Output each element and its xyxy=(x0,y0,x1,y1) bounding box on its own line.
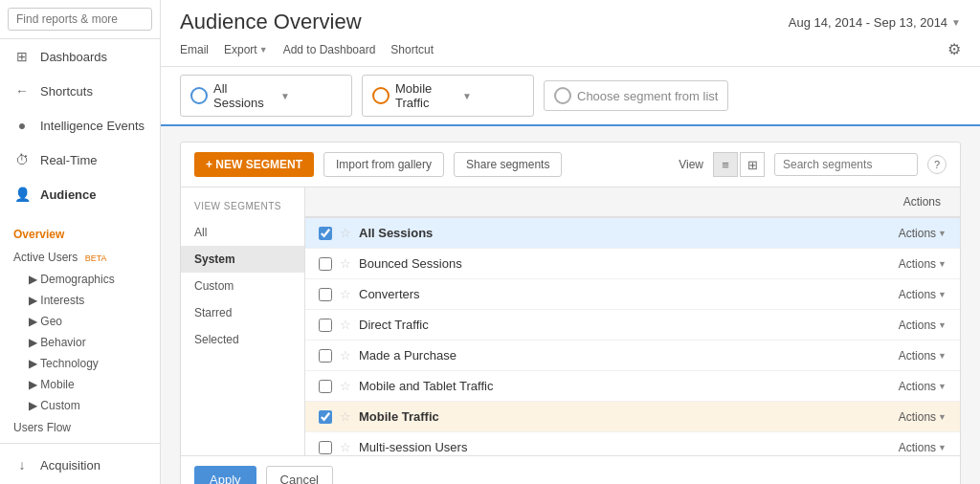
sidebar-item-dashboards[interactable]: ⊞ Dashboards xyxy=(0,39,160,74)
date-range-text: Aug 14, 2014 - Sep 13, 2014 xyxy=(789,15,947,30)
grid-view-button[interactable]: ⊞ xyxy=(740,152,765,177)
segment-actions-direct-traffic[interactable]: Actions ▼ xyxy=(899,319,947,332)
beta-badge: BETA xyxy=(85,253,107,263)
segment-checkbox-direct-traffic[interactable] xyxy=(319,319,332,332)
shortcut-link[interactable]: Shortcut xyxy=(390,43,434,56)
seg-nav-custom[interactable]: Custom xyxy=(181,273,304,299)
segments-bar: All Sessions ▼ Mobile Traffic ▼ Choose s… xyxy=(161,67,980,126)
import-gallery-button[interactable]: Import from gallery xyxy=(323,152,444,177)
sidebar-item-demographics[interactable]: ▶ Demographics xyxy=(0,269,160,290)
segment-name-mobile-tablet-traffic: Mobile and Tablet Traffic xyxy=(359,379,891,393)
sidebar-item-shortcuts[interactable]: ← Shortcuts xyxy=(0,74,160,108)
segment-actions-mobile-traffic[interactable]: Actions ▼ xyxy=(899,410,947,424)
help-button[interactable]: ? xyxy=(927,155,947,174)
seg-nav-system[interactable]: System xyxy=(181,246,304,273)
segment-checkbox-multi-session-users[interactable] xyxy=(319,441,332,454)
segment2-arrow: ▼ xyxy=(462,91,523,101)
add-dashboard-link[interactable]: Add to Dashboard xyxy=(283,43,376,56)
segment-star-mobile-tablet-traffic[interactable]: ☆ xyxy=(340,379,351,393)
segment-name-mobile-traffic: Mobile Traffic xyxy=(359,409,891,424)
sidebar-item-label: Real-Time xyxy=(40,153,97,167)
segment1-arrow: ▼ xyxy=(280,91,342,101)
segment-star-mobile-traffic[interactable]: ☆ xyxy=(340,409,351,424)
sidebar-item-audience[interactable]: 👤 Audience xyxy=(0,177,160,211)
segment-chip-3[interactable]: Choose segment from list xyxy=(544,80,728,111)
sidebar-item-active-users[interactable]: Active Users BETA xyxy=(0,246,160,269)
segment-star-direct-traffic[interactable]: ☆ xyxy=(340,318,351,332)
segment-checkbox-bounced-sessions[interactable] xyxy=(319,257,332,271)
search-box xyxy=(0,0,160,39)
search-input[interactable] xyxy=(8,8,152,31)
segment-checkbox-converters[interactable] xyxy=(319,288,332,301)
intelligence-icon: ● xyxy=(13,118,31,133)
segment-actions-bounced-sessions[interactable]: Actions ▼ xyxy=(899,257,947,271)
segment-star-converters[interactable]: ☆ xyxy=(340,287,351,301)
segment-star-bounced-sessions[interactable]: ☆ xyxy=(340,256,351,271)
share-segments-button[interactable]: Share segments xyxy=(454,152,562,177)
segment-star-all-sessions[interactable]: ☆ xyxy=(340,226,351,240)
apply-button[interactable]: Apply xyxy=(194,466,256,484)
settings-icon[interactable]: ⚙ xyxy=(947,40,961,58)
export-link[interactable]: Export ▼ xyxy=(224,43,268,56)
segment-chip-1[interactable]: All Sessions ▼ xyxy=(180,75,352,117)
segments-sidenav: VIEW SEGMENTS All System Custom Starred … xyxy=(181,187,305,455)
segment1-label: All Sessions xyxy=(213,81,275,110)
segment-row-converters: ☆ Converters Actions ▼ xyxy=(305,279,960,310)
email-link[interactable]: Email xyxy=(180,43,209,56)
segment-star-multi-session-users[interactable]: ☆ xyxy=(340,440,351,454)
sidebar-item-technology[interactable]: ▶ Technology xyxy=(0,353,160,374)
main-content: Audience Overview Aug 14, 2014 - Sep 13,… xyxy=(161,0,980,484)
sidebar-item-acquisition[interactable]: ↓ Acquisition xyxy=(0,448,160,482)
segment-name-multi-session-users: Multi-session Users xyxy=(359,440,891,454)
content-area: + NEW SEGMENT Import from gallery Share … xyxy=(161,126,980,484)
segments-body: VIEW SEGMENTS All System Custom Starred … xyxy=(181,187,960,455)
segment-checkbox-all-sessions[interactable] xyxy=(319,227,332,240)
segment-row-mobile-traffic: ☆ Mobile Traffic Actions ▼ xyxy=(305,402,960,432)
segment-actions-all-sessions[interactable]: Actions ▼ xyxy=(899,227,947,240)
actions-column-header: Actions xyxy=(903,195,947,209)
segment-checkbox-made-a-purchase[interactable] xyxy=(319,349,332,363)
seg-nav-title: VIEW SEGMENTS xyxy=(181,197,304,219)
export-caret: ▼ xyxy=(259,45,268,55)
segment2-circle xyxy=(372,87,390,104)
segment-actions-converters[interactable]: Actions ▼ xyxy=(899,288,947,301)
new-segment-button[interactable]: + NEW SEGMENT xyxy=(194,152,314,177)
sidebar-item-users-flow[interactable]: Users Flow xyxy=(0,416,160,439)
segment-checkbox-mobile-tablet-traffic[interactable] xyxy=(319,380,332,393)
audience-icon: 👤 xyxy=(13,187,31,202)
segments-toolbar: + NEW SEGMENT Import from gallery Share … xyxy=(181,143,960,187)
date-range-picker[interactable]: Aug 14, 2014 - Sep 13, 2014 ▼ xyxy=(789,15,961,30)
segments-footer: Apply Cancel xyxy=(181,455,960,484)
segment3-label: Choose segment from list xyxy=(577,89,718,103)
segment-actions-mobile-tablet-traffic[interactable]: Actions ▼ xyxy=(899,380,947,393)
segment-name-all-sessions: All Sessions xyxy=(359,226,891,240)
sidebar-item-mobile[interactable]: ▶ Mobile xyxy=(0,374,160,395)
seg-nav-starred[interactable]: Starred xyxy=(181,299,304,326)
realtime-icon: ⏱ xyxy=(13,152,31,167)
segment-actions-made-a-purchase[interactable]: Actions ▼ xyxy=(899,349,947,363)
list-view-button[interactable]: ≡ xyxy=(713,152,738,177)
sidebar-item-custom[interactable]: ▶ Custom xyxy=(0,395,160,416)
sidebar-item-interests[interactable]: ▶ Interests xyxy=(0,290,160,311)
cancel-button[interactable]: Cancel xyxy=(266,466,333,484)
seg-nav-selected[interactable]: Selected xyxy=(181,326,304,353)
sidebar-item-overview[interactable]: Overview xyxy=(0,223,160,246)
page-header: Audience Overview Aug 14, 2014 - Sep 13,… xyxy=(161,0,980,67)
sidebar-item-real-time[interactable]: ⏱ Real-Time xyxy=(0,143,160,177)
search-segments-input[interactable] xyxy=(774,153,918,176)
segments-list: Actions ☆ All Sessions Actions ▼ xyxy=(305,187,960,455)
segments-panel: + NEW SEGMENT Import from gallery Share … xyxy=(180,142,961,484)
segment-row-bounced-sessions: ☆ Bounced Sessions Actions ▼ xyxy=(305,249,960,279)
acquisition-icon: ↓ xyxy=(13,457,31,473)
audience-section xyxy=(0,211,160,223)
sidebar-item-intelligence-events[interactable]: ● Intelligence Events xyxy=(0,108,160,143)
segment-star-made-a-purchase[interactable]: ☆ xyxy=(340,348,351,363)
divider xyxy=(0,443,160,444)
segment-actions-multi-session-users[interactable]: Actions ▼ xyxy=(899,441,947,454)
segment-checkbox-mobile-traffic[interactable] xyxy=(319,410,332,424)
seg-nav-all[interactable]: All xyxy=(181,219,304,246)
sidebar-item-geo[interactable]: ▶ Geo xyxy=(0,311,160,332)
sidebar-item-behavior[interactable]: ▶ Behavior xyxy=(0,332,160,353)
segment-chip-2[interactable]: Mobile Traffic ▼ xyxy=(362,75,534,117)
segment-row-direct-traffic: ☆ Direct Traffic Actions ▼ xyxy=(305,310,960,341)
